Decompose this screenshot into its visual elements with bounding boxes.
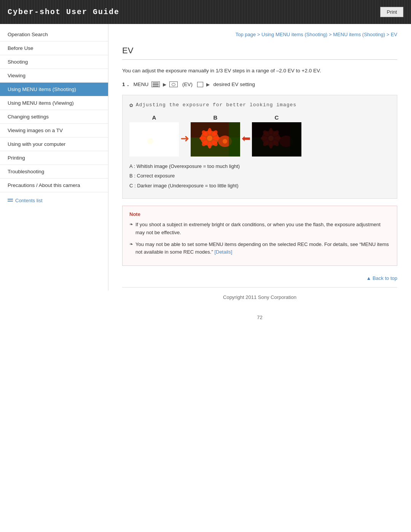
step-ev-label: (EV) xyxy=(181,81,194,87)
tip-list: A : Whitish image (Overexposure = too mu… xyxy=(129,163,390,190)
step-menu-text: MENU xyxy=(134,81,149,87)
breadcrumb-menu-items[interactable]: MENU items (Shooting) xyxy=(333,32,385,37)
image-b xyxy=(191,122,240,157)
sidebar-item-before-use[interactable]: Before Use xyxy=(0,42,108,55)
image-label-b: B xyxy=(213,114,218,121)
sidebar-item-precautions[interactable]: Precautions / About this camera xyxy=(0,179,108,192)
footer-copyright: Copyright 2011 Sony Corporation xyxy=(223,294,296,300)
image-col-b: B xyxy=(191,114,240,157)
tip-header: ✿ Adjusting the exposure for better look… xyxy=(129,101,390,109)
svg-point-19 xyxy=(199,136,206,140)
print-button[interactable]: Print xyxy=(380,7,403,17)
image-a xyxy=(129,122,179,157)
right-arrow-icon: ▶ xyxy=(163,82,166,87)
page-number: 72 xyxy=(122,315,397,320)
svg-point-16 xyxy=(207,136,212,141)
sidebar-item-shooting[interactable]: Shooting xyxy=(0,55,108,69)
tip-images-row: A xyxy=(129,114,390,157)
sidebar-item-using-menu-viewing[interactable]: Using MENU items (Viewing) xyxy=(0,96,108,110)
svg-rect-12 xyxy=(129,122,179,157)
tip-box: ✿ Adjusting the exposure for better look… xyxy=(122,95,397,199)
note-list: If you shoot a subject in extremely brig… xyxy=(129,221,390,256)
breadcrumb-ev[interactable]: EV xyxy=(391,32,397,37)
ev-camera-icon xyxy=(169,81,178,87)
svg-rect-42 xyxy=(252,122,301,157)
contents-list-label: Contents list xyxy=(15,198,43,203)
note-box: Note If you shoot a subject in extremely… xyxy=(122,206,397,266)
step-number: 1． xyxy=(122,81,131,88)
main-layout: Operation SearchBefore UseShootingViewin… xyxy=(0,24,411,332)
sidebar: Operation SearchBefore UseShootingViewin… xyxy=(0,24,108,291)
page-title: EV xyxy=(122,46,397,60)
tip-list-item-1: B : Correct exposure xyxy=(129,172,390,180)
sidebar-item-changing-settings[interactable]: Changing settings xyxy=(0,110,108,124)
tip-list-item-0: A : Whitish image (Overexposure = too mu… xyxy=(129,163,390,170)
contents-list-link[interactable]: Contents list xyxy=(0,192,108,209)
image-col-a: A xyxy=(129,114,179,157)
sidebar-item-using-with-computer[interactable]: Using with your computer xyxy=(0,137,108,151)
back-to-top-row: ▲ Back to top xyxy=(122,275,397,281)
page-description: You can adjust the exposure manually in … xyxy=(122,67,397,75)
breadcrumb-sep2: > xyxy=(329,32,333,37)
contents-list-icon xyxy=(8,199,13,203)
svg-point-17 xyxy=(208,128,212,135)
breadcrumb-top[interactable]: Top page xyxy=(236,32,256,37)
image-col-c: C xyxy=(252,114,301,157)
arrow-right-icon: ➜ xyxy=(180,121,189,156)
sidebar-item-viewing[interactable]: Viewing xyxy=(0,69,108,83)
app-title: Cyber-shot User Guide xyxy=(8,8,119,16)
content-area: Top page > Using MENU items (Shooting) >… xyxy=(108,24,411,332)
step-1: 1． MENU ▶ (EV) ▶ desired EV setting xyxy=(122,81,397,88)
arrow-left-icon: ⬅ xyxy=(242,121,250,156)
note-label: Note xyxy=(129,211,390,217)
breadcrumb-sep3: > xyxy=(386,32,390,37)
image-label-a: A xyxy=(152,114,156,121)
sidebar-item-printing[interactable]: Printing xyxy=(0,151,108,165)
note-item-2: You may not be able to set some MENU ite… xyxy=(129,241,390,257)
back-to-top-link[interactable]: ▲ Back to top xyxy=(366,275,397,281)
image-c xyxy=(252,122,301,157)
breadcrumb: Top page > Using MENU items (Shooting) >… xyxy=(122,32,397,37)
note-item-1: If you shoot a subject in extremely brig… xyxy=(129,221,390,237)
header: Cyber-shot User Guide Print xyxy=(0,0,411,24)
step-arrow-icon: ▶ xyxy=(206,82,210,87)
tip-header-text: Adjusting the exposure for better lookin… xyxy=(136,102,296,108)
image-a-svg xyxy=(129,122,179,157)
svg-point-26 xyxy=(223,139,227,144)
step-desired-text: desired EV setting xyxy=(212,81,255,87)
svg-point-18 xyxy=(208,142,212,149)
tip-list-item-2: C : Darker image (Underexposure = too li… xyxy=(129,182,390,190)
sun-icon: ✿ xyxy=(129,101,134,109)
sidebar-item-using-menu-shooting[interactable]: Using MENU items (Shooting) xyxy=(0,83,108,96)
sidebar-item-troubleshooting[interactable]: Troubleshooting xyxy=(0,165,108,179)
footer: Copyright 2011 Sony Corporation xyxy=(122,287,397,307)
image-c-svg xyxy=(252,122,301,157)
image-b-svg xyxy=(191,122,240,157)
breadcrumb-sep1: > xyxy=(257,32,261,37)
details-link[interactable]: [Details] xyxy=(214,249,232,255)
image-label-c: C xyxy=(275,114,279,121)
menu-icon xyxy=(151,81,160,87)
svg-rect-27 xyxy=(229,122,240,157)
breadcrumb-menu-shooting[interactable]: Using MENU items (Shooting) xyxy=(261,32,327,37)
step-bracket-icon xyxy=(197,82,203,87)
sidebar-item-operation-search[interactable]: Operation Search xyxy=(0,28,108,42)
sidebar-item-viewing-images-tv[interactable]: Viewing images on a TV xyxy=(0,124,108,137)
